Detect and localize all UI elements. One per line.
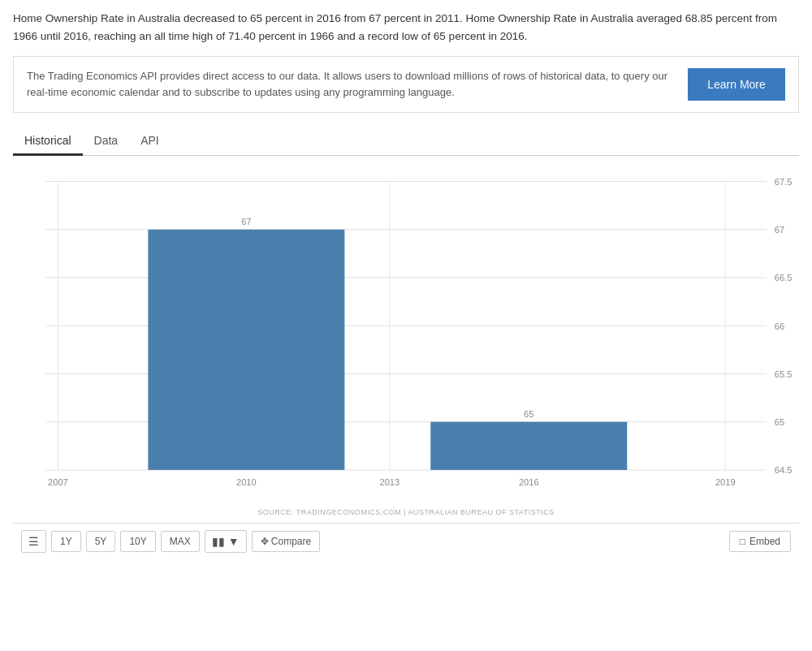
period-10y-button[interactable]: 10Y (120, 531, 155, 552)
svg-text:67: 67 (241, 218, 251, 227)
api-banner: The Trading Economics API provides direc… (13, 56, 799, 113)
chart-source: SOURCE: TRADINGECONOMICS.COM | AUSTRALIA… (13, 508, 799, 516)
embed-button[interactable]: □ Embed (729, 531, 791, 552)
chart-area: 67.5 67 66.5 66 65.5 65 64.5 67 65 2007 … (13, 164, 799, 505)
svg-text:65: 65 (524, 409, 533, 419)
toolbar-right: □ Embed (729, 531, 791, 552)
tabs-container: Historical Data API (13, 127, 799, 156)
svg-text:64.5: 64.5 (775, 465, 793, 475)
compare-label: Compare (271, 536, 311, 547)
description-text: Home Ownership Rate in Australia decreas… (13, 10, 799, 45)
chart-type-icon: ▮▮ (212, 535, 225, 548)
period-1y-button[interactable]: 1Y (51, 531, 81, 552)
svg-text:65: 65 (775, 417, 784, 427)
learn-more-button[interactable]: Learn More (688, 68, 785, 101)
compare-icon: ✥ (261, 536, 269, 547)
embed-icon: □ (740, 536, 745, 547)
svg-text:67: 67 (775, 225, 784, 235)
chart-svg: 67.5 67 66.5 66 65.5 65 64.5 67 65 2007 … (13, 164, 799, 505)
svg-text:67.5: 67.5 (775, 177, 793, 187)
svg-text:66.5: 66.5 (775, 273, 793, 282)
svg-text:2013: 2013 (380, 477, 400, 487)
main-container: Home Ownership Rate in Australia decreas… (0, 0, 812, 569)
bar-2016 (430, 422, 627, 470)
tab-historical[interactable]: Historical (13, 127, 83, 156)
toolbar: ☰ 1Y 5Y 10Y MAX ▮▮ ▼ ✥ Compare □ Embed (13, 523, 799, 559)
list-view-button[interactable]: ☰ (21, 530, 46, 553)
tab-data[interactable]: Data (83, 127, 130, 156)
compare-button[interactable]: ✥ Compare (252, 531, 321, 552)
period-max-button[interactable]: MAX (161, 531, 200, 552)
api-banner-text: The Trading Economics API provides direc… (27, 68, 688, 101)
svg-text:2007: 2007 (48, 477, 68, 487)
chevron-down-icon: ▼ (228, 535, 240, 548)
chart-type-button[interactable]: ▮▮ ▼ (205, 530, 247, 553)
svg-text:65.5: 65.5 (775, 369, 793, 379)
svg-text:2010: 2010 (236, 477, 257, 487)
svg-text:2016: 2016 (519, 477, 539, 487)
period-5y-button[interactable]: 5Y (86, 531, 116, 552)
svg-text:2019: 2019 (715, 477, 736, 487)
embed-label: Embed (749, 536, 780, 547)
toolbar-left: ☰ 1Y 5Y 10Y MAX ▮▮ ▼ ✥ Compare (21, 530, 320, 553)
tab-api[interactable]: API (129, 127, 171, 156)
bar-2010 (148, 230, 344, 470)
svg-text:66: 66 (775, 321, 784, 331)
